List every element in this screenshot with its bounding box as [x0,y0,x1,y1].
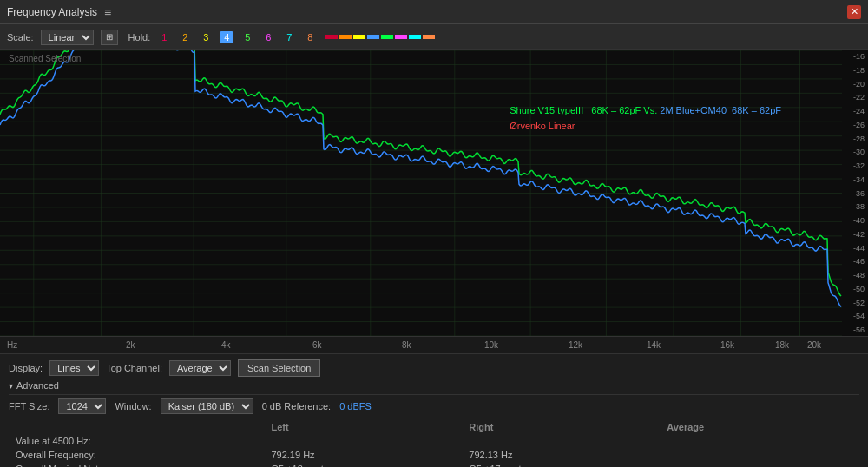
stats-tbody: Value at 4500 Hz:Overall Frequency:792.1… [10,435,858,467]
swatch-4 [367,35,379,39]
freq-axis: Hz2k4k6k8k10k12k14k16k18k20k [0,337,868,354]
swatch-row [326,35,435,39]
freq-label: 6k [312,340,322,350]
hold-btn-4[interactable]: 4 [220,31,233,43]
ref-value: 0 dBFS [339,401,372,411]
legend-red-text: Ørvenko Linear [510,121,575,131]
stats-cell-right [464,435,660,447]
hold-btn-2[interactable]: 2 [178,32,192,43]
stats-cell-label: Overall Frequency: [10,449,264,461]
col-right: Right [464,421,660,433]
display-select[interactable]: Lines [49,360,99,376]
top-channel-label: Top Channel: [106,363,162,373]
top-channel-select[interactable]: Average [169,360,231,376]
freq-label: 20k [807,340,821,350]
stats-cell-average [661,435,858,447]
db-label: -20 [853,80,865,89]
stats-cell-left [266,435,462,447]
fft-size-select[interactable]: 1024 [58,398,106,414]
freq-label: Hz [7,340,17,350]
bottom-controls: Display: Lines Top Channel: Average Scan… [0,354,868,467]
hold-btn-5[interactable]: 5 [240,32,254,43]
db-label: -18 [853,66,865,75]
chart-legend: Shure V15 typeIII _68K – 62pF Vs. 2M Blu… [510,102,781,134]
db-label: -34 [853,175,865,184]
swatch-1 [326,35,338,39]
freq-label: 4k [221,340,231,350]
stats-cell-left: 792.19 Hz [266,449,462,461]
stats-cell-average [661,449,858,461]
fft-size-label: FFT Size: [9,401,49,411]
db-label: -48 [853,271,865,280]
scale-select[interactable]: Linear [41,30,94,45]
stats-table: Left Right Average Value at 4500 Hz:Over… [9,419,859,467]
frequency-chart [0,50,868,336]
hold-btn-8[interactable]: 8 [303,32,317,43]
stats-row: Overall Frequency:792.19 Hz792.13 Hz [10,449,858,461]
window-label: Window: [115,401,151,411]
swatch-2 [339,35,352,39]
db-label: -22 [853,93,865,102]
stats-cell-right: G5 +17 cents [464,463,660,467]
stats-cell-right: 792.13 Hz [464,449,660,461]
db-label: -28 [853,135,865,143]
fft-row: FFT Size: 1024 Window: Kaiser (180 dB) 0… [9,398,859,414]
db-label: -50 [853,285,865,293]
col-left: Left [266,421,462,433]
db-label: -40 [853,216,865,225]
legend-blue-text: 2M Blue+OM40_68K – 62pF [660,105,781,115]
db-label: -32 [853,161,865,170]
title-text: Frequency Analysis [7,6,97,18]
freq-label: 16k [720,340,734,350]
db-label: -38 [853,202,865,211]
display-label: Display: [9,363,43,373]
legend-line2: Ørvenko Linear [510,118,781,134]
close-button[interactable]: ✕ [847,5,861,19]
db-label: -26 [853,121,865,129]
db-label: -52 [853,299,865,307]
db-label: -44 [853,244,865,253]
db-label: -16 [853,52,865,61]
menu-icon[interactable]: ≡ [104,5,111,19]
db-label: -42 [853,230,865,239]
advanced-label: Advanced [16,380,59,391]
db-label: -56 [853,326,865,334]
controls-row: Scale: Linear ⊞ Hold: 1 2 3 4 5 6 7 8 [0,24,868,50]
advanced-toggle[interactable]: ▾ Advanced [9,380,859,391]
display-row: Display: Lines Top Channel: Average Scan… [9,359,859,377]
freq-label: 2k [126,340,135,350]
stats-cell-label: Overall Musical Note: [10,463,264,467]
title-left: Frequency Analysis ≡ [7,5,111,19]
swatch-5 [381,35,393,39]
db-axis: -16-18-20-22-24-26-28-30-32-34-36-38-40-… [853,50,865,336]
swatch-3 [353,35,365,39]
db-label: -36 [853,189,865,198]
legend-line1: Shure V15 typeIII _68K – 62pF Vs. 2M Blu… [510,102,781,118]
swatch-7 [409,35,421,39]
freq-label: 18k [775,340,789,350]
db-label: -30 [853,148,865,156]
col-label [10,421,264,433]
window-select[interactable]: Kaiser (180 dB) [161,398,253,414]
freq-label: 10k [484,340,498,350]
hold-btn-1[interactable]: 1 [157,32,171,43]
ref-label: 0 dB Reference: [262,401,332,411]
hold-btn-7[interactable]: 7 [282,32,296,43]
hold-btn-3[interactable]: 3 [199,32,213,43]
chart-area: Scanned Selection -16-18-20-22-24-26-28-… [0,50,868,337]
stats-row: Overall Musical Note:G5 +18 centsG5 +17 … [10,463,858,467]
scan-selection-button[interactable]: Scan Selection [238,359,320,377]
freq-label: 12k [569,340,582,350]
stats-cell-average [661,463,858,467]
title-bar: Frequency Analysis ≡ ✕ [0,0,868,24]
freq-label: 14k [647,340,661,350]
db-label: -54 [853,312,865,320]
scale-label: Scale: [7,32,34,43]
scan-label: Scanned Selection [9,54,81,63]
legend-green-text: Shure V15 typeIII _68K – 62pF Vs. [510,105,660,115]
advanced-section: FFT Size: 1024 Window: Kaiser (180 dB) 0… [9,394,859,467]
grid-icon[interactable]: ⊞ [101,30,118,45]
stats-cell-left: G5 +18 cents [266,463,462,467]
col-average: Average [661,421,858,433]
hold-btn-6[interactable]: 6 [261,32,275,43]
